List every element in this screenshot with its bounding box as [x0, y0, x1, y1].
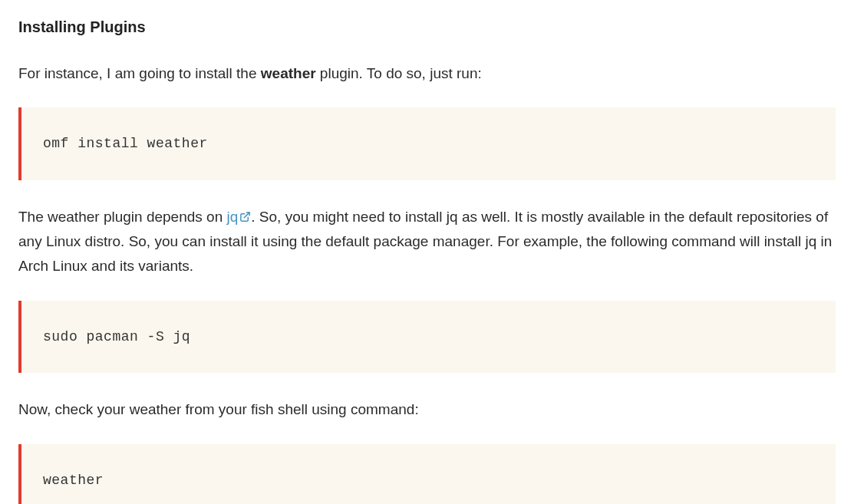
- external-link-icon: [239, 211, 251, 222]
- code-block-install: omf install weather: [18, 107, 836, 180]
- link-text: jq: [226, 209, 238, 225]
- text-run: The weather plugin depends on: [18, 209, 226, 225]
- text-run: plugin. To do so, just run:: [316, 65, 482, 81]
- paragraph-check: Now, check your weather from your fish s…: [18, 397, 836, 422]
- section-heading: Installing Plugins: [18, 14, 836, 40]
- code-block-weather: weather: [18, 444, 836, 504]
- bold-plugin-name: weather: [261, 65, 316, 81]
- code-block-pacman: sudo pacman -S jq: [18, 301, 836, 374]
- text-run: For instance, I am going to install the: [18, 65, 261, 81]
- paragraph-intro: For instance, I am going to install the …: [18, 61, 836, 86]
- jq-link[interactable]: jq: [226, 209, 251, 225]
- paragraph-jq: The weather plugin depends on jq. So, yo…: [18, 205, 836, 279]
- svg-line-0: [245, 212, 250, 218]
